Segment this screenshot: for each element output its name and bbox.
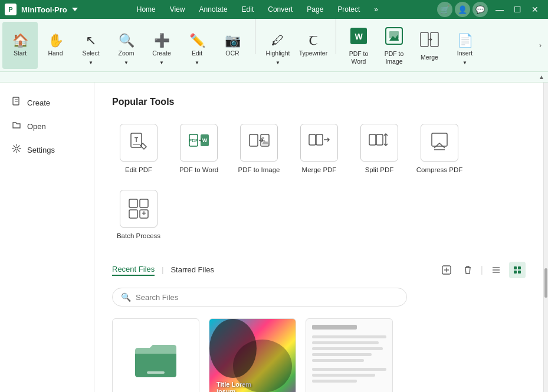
- toolbar-expand: ›: [533, 19, 548, 71]
- toolbar-insert-btn[interactable]: 📄 Insert ▼: [447, 22, 483, 69]
- tool-pdf-to-image[interactable]: PDF to Image: [232, 119, 286, 178]
- title-bar-left: P MiniTool·Pro: [5, 4, 78, 15]
- select-label: Select: [82, 50, 99, 57]
- menu-home[interactable]: Home: [131, 4, 162, 15]
- starred-files-tab[interactable]: Starred Files: [170, 265, 214, 275]
- grid-view-btn[interactable]: [509, 262, 526, 278]
- sidebar-item-settings[interactable]: Settings: [0, 139, 94, 160]
- files-tab-actions: |: [438, 262, 526, 278]
- split-pdf-icon-box: [360, 124, 398, 162]
- zoom-label: Zoom: [119, 50, 134, 57]
- menu-page[interactable]: Page: [301, 4, 329, 15]
- toolbar-convert-group: W PDF to Word PDF to Image Merge 📄 Inser…: [339, 19, 485, 71]
- menu-edit[interactable]: Edit: [236, 4, 260, 15]
- start-label: Start: [14, 50, 27, 57]
- toolbar-pdf-to-word-btn[interactable]: W PDF to Word: [341, 22, 376, 69]
- files-tabs: Recent Files | Starred Files |: [112, 262, 526, 278]
- menu-annotate[interactable]: Annotate: [193, 4, 234, 15]
- svg-text:W: W: [202, 137, 208, 143]
- file-card-folder[interactable]: [112, 318, 199, 392]
- svg-marker-0: [72, 8, 78, 11]
- svg-rect-42: [518, 266, 521, 269]
- typewriter-label: Typewriter: [299, 50, 327, 57]
- tool-merge-pdf[interactable]: Merge PDF: [293, 119, 346, 178]
- svg-rect-24: [309, 134, 316, 145]
- svg-rect-44: [518, 271, 521, 274]
- svg-rect-26: [369, 134, 376, 145]
- create-icon: ➕: [154, 34, 170, 47]
- toolbar-hand-btn[interactable]: ✋ Hand: [38, 22, 73, 69]
- tool-batch-process[interactable]: + Batch Process: [112, 185, 165, 244]
- app-title: MiniTool·Pro: [21, 5, 67, 14]
- toolbar-typewriter-btn[interactable]: Ꞇ Typewriter: [296, 22, 331, 69]
- zoom-arrow-icon: ▼: [124, 60, 129, 65]
- toolbar-expand-btn[interactable]: ›: [535, 22, 546, 69]
- recent-files-tab[interactable]: Recent Files: [112, 265, 155, 276]
- file-card-colorful[interactable]: Title Lorem ipsum lorem: [209, 318, 296, 392]
- tool-edit-pdf[interactable]: T Edit PDF: [112, 119, 165, 178]
- edit-icon: ✏️: [189, 34, 205, 47]
- sidebar-item-create[interactable]: Create: [0, 92, 94, 113]
- merge-label: Merge: [421, 54, 438, 61]
- toolbar-highlight-btn[interactable]: 🖊 Highlight ▼: [260, 22, 296, 69]
- doc-card-content: [312, 325, 386, 386]
- tool-compress-pdf[interactable]: Compress PDF: [413, 119, 466, 178]
- toolbar-start-btn[interactable]: 🏠 Start: [2, 22, 38, 69]
- toolbar-merge-btn[interactable]: Merge: [412, 22, 447, 69]
- delete-file-btn[interactable]: [460, 262, 476, 278]
- close-button[interactable]: ✕: [527, 3, 543, 16]
- ocr-icon: 📷: [225, 34, 241, 47]
- sidebar-item-open[interactable]: Open: [0, 116, 94, 137]
- search-input[interactable]: [136, 293, 398, 302]
- tool-split-pdf[interactable]: Split PDF: [353, 119, 406, 178]
- minimize-button[interactable]: —: [491, 3, 508, 16]
- svg-rect-6: [421, 32, 428, 47]
- edit-pdf-label: Edit PDF: [125, 166, 152, 173]
- dropdown-arrow-icon[interactable]: [72, 6, 78, 12]
- hand-label: Hand: [48, 50, 63, 57]
- pdf-to-image-icon-box: [240, 124, 278, 162]
- svg-rect-28: [432, 133, 447, 146]
- menu-more[interactable]: »: [368, 4, 384, 15]
- svg-rect-27: [376, 134, 383, 145]
- tool-pdf-to-word[interactable]: PDFW PDF to Word: [172, 119, 225, 178]
- chat-icon-btn[interactable]: 💬: [472, 2, 488, 17]
- search-input-wrap: 🔍: [112, 288, 407, 307]
- list-view-btn[interactable]: [488, 262, 504, 278]
- menu-protect[interactable]: Protect: [332, 4, 366, 15]
- right-scrollbar-track[interactable]: [543, 83, 548, 392]
- toolbar-pdf-to-image-btn[interactable]: PDF to Image: [376, 22, 412, 69]
- toolbar-select-btn[interactable]: ↖ Select ▼: [73, 22, 109, 69]
- app-logo: P: [5, 4, 17, 15]
- toolbar-collapse-btn[interactable]: ▲: [539, 74, 544, 80]
- add-file-btn[interactable]: [438, 262, 455, 278]
- toolbar-ocr-btn[interactable]: 📷 OCR: [215, 22, 250, 69]
- svg-rect-32: [129, 210, 137, 218]
- pdf-to-word-icon-box: PDFW: [180, 124, 218, 162]
- scrollbar-thumb[interactable]: [544, 268, 547, 298]
- menu-view[interactable]: View: [164, 4, 191, 15]
- insert-label: Insert: [457, 50, 472, 57]
- maximize-button[interactable]: ☐: [509, 3, 526, 16]
- menu-convert[interactable]: Convert: [262, 4, 298, 15]
- toolbar-edit-btn[interactable]: ✏️ Edit ▼: [179, 22, 215, 69]
- toolbar-zoom-btn[interactable]: 🔍 Zoom ▼: [109, 22, 144, 69]
- edit-pdf-icon-box: T: [120, 124, 157, 162]
- start-icon: 🏠: [12, 34, 28, 47]
- toolbar-create-btn[interactable]: ➕ Create ▼: [144, 22, 179, 69]
- highlight-icon: 🖊: [271, 34, 284, 47]
- user-icon-btn[interactable]: 👤: [455, 2, 470, 17]
- cart-icon-btn[interactable]: 🛒: [437, 2, 452, 17]
- pdf-to-word-label: PDF to Word: [179, 166, 218, 173]
- file-card-document[interactable]: [306, 318, 393, 392]
- svg-text:T: T: [134, 137, 138, 143]
- sidebar-create-label: Create: [27, 98, 50, 107]
- search-bar: 🔍: [112, 288, 407, 307]
- svg-text:W: W: [355, 32, 363, 41]
- split-pdf-label: Split PDF: [365, 166, 394, 173]
- create-label: Create: [152, 50, 171, 57]
- sidebar-open-label: Open: [27, 122, 46, 131]
- typewriter-icon: Ꞇ: [309, 34, 318, 47]
- toolbar-divider-1: [255, 19, 255, 54]
- content-area: Popular Tools T Edit PDF PDFW PDF to Wor…: [94, 83, 543, 392]
